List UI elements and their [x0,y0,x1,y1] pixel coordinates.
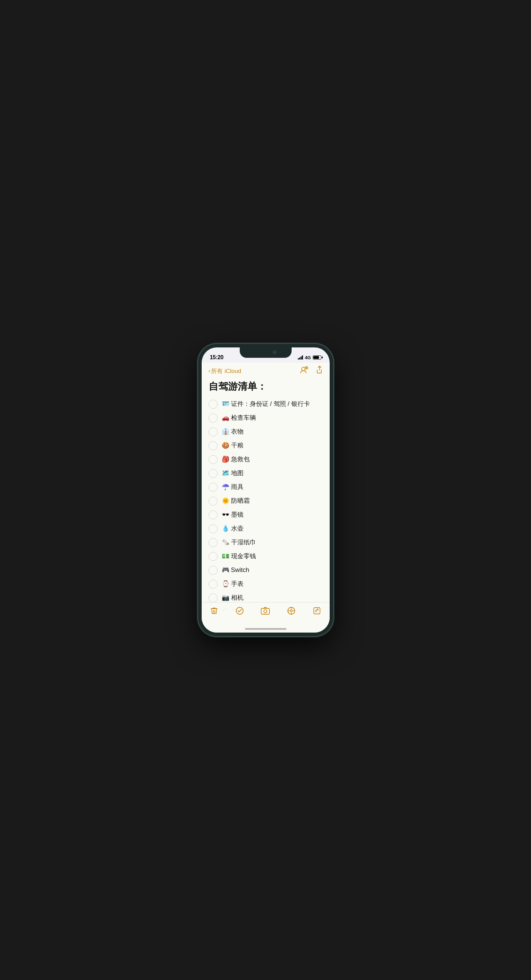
item-text-10: 🗞️ 干湿纸巾 [222,538,256,546]
item-text-4: 🎒 急救包 [222,455,250,463]
back-button[interactable]: ‹ 所有 iCloud [208,367,242,375]
checklist-item: 🍪 干粮 [208,439,323,453]
status-icons: 4G [298,355,321,360]
bar3 [300,356,302,360]
back-label: 所有 iCloud [211,367,241,375]
item-text-6: ☂️ 雨具 [222,483,243,491]
camera-dot [273,350,277,354]
checkbox-2[interactable] [208,427,218,436]
delete-button[interactable] [210,607,218,615]
checklist-item: 💵 现金零钱 [208,549,323,563]
checklist-area[interactable]: 🪪 证件：身份证 / 驾照 / 银行卡🚗 检查车辆👔 衣物🍪 干粮🎒 急救包🗺️… [202,397,330,612]
add-collaborator-icon[interactable] [299,366,308,377]
checkbox-9[interactable] [208,524,218,533]
checkbox-3[interactable] [208,441,218,450]
network-label: 4G [305,355,311,360]
item-text-13: ⌚ 手表 [222,580,243,588]
item-text-7: 🌞 防晒霜 [222,497,250,505]
home-indicator [245,628,286,630]
battery [313,355,321,360]
edit-button[interactable] [313,607,321,615]
item-text-8: 🕶️ 墨镜 [222,511,243,519]
bar2 [299,358,300,360]
camera-button[interactable] [261,607,270,615]
item-text-3: 🍪 干粮 [222,442,243,450]
location-button[interactable] [287,607,296,615]
nav-bar: ‹ 所有 iCloud [202,363,330,378]
checkbox-0[interactable] [208,400,218,409]
checkbox-7[interactable] [208,496,218,506]
checklist-item: 🎒 急救包 [208,453,323,466]
checkbox-6[interactable] [208,483,218,492]
bar4 [302,355,303,360]
checklist-item: 🎮 Switch [208,563,323,577]
back-chevron: ‹ [208,368,211,374]
svg-point-0 [302,367,305,371]
checklist-item: ⌚ 手表 [208,577,323,591]
item-text-5: 🗺️ 地图 [222,469,243,477]
svg-point-9 [264,610,267,613]
checkbox-10[interactable] [208,538,218,547]
checklist-button[interactable] [235,607,244,615]
checkbox-14[interactable] [208,593,218,603]
item-text-1: 🚗 检查车辆 [222,414,256,422]
checkbox-12[interactable] [208,566,218,575]
checkbox-13[interactable] [208,580,218,589]
item-text-12: 🎮 Switch [222,566,250,574]
nav-actions [299,366,323,377]
svg-rect-8 [261,608,269,614]
screen: 15:20 4G ‹ 所有 iCloud [202,347,330,633]
notch [240,347,292,358]
checklist-item: 🗺️ 地图 [208,466,323,480]
item-text-11: 💵 现金零钱 [222,552,256,560]
svg-point-11 [290,610,292,612]
status-time: 15:20 [210,354,224,361]
item-text-9: 💧 水壶 [222,525,243,533]
battery-fill [313,356,319,359]
item-text-2: 👔 衣物 [222,428,243,436]
checklist-item: 🕶️ 墨镜 [208,508,323,522]
checkbox-11[interactable] [208,552,218,561]
signal-bars [298,355,303,360]
checkbox-8[interactable] [208,511,218,519]
share-icon[interactable] [315,366,323,376]
app-content: ‹ 所有 iCloud [202,363,330,633]
checkbox-5[interactable] [208,469,218,478]
note-title: 自驾游清单： [202,378,330,397]
item-text-0: 🪪 证件：身份证 / 驾照 / 银行卡 [222,400,310,408]
checklist-item: 👔 衣物 [208,425,323,439]
checkbox-1[interactable] [208,414,218,423]
checklist-item: ☂️ 雨具 [208,480,323,494]
item-text-14: 📷 相机 [222,594,243,602]
checklist-item: 🪪 证件：身份证 / 驾照 / 银行卡 [208,397,323,411]
checklist-item: 🌞 防晒霜 [208,494,323,508]
checklist-item: 💧 水壶 [208,522,323,536]
checklist-item: 🗞️ 干湿纸巾 [208,536,323,549]
bar1 [298,358,299,360]
phone-frame: 15:20 4G ‹ 所有 iCloud [198,344,333,636]
checkbox-4[interactable] [208,455,218,464]
checklist-item: 🚗 检查车辆 [208,411,323,425]
